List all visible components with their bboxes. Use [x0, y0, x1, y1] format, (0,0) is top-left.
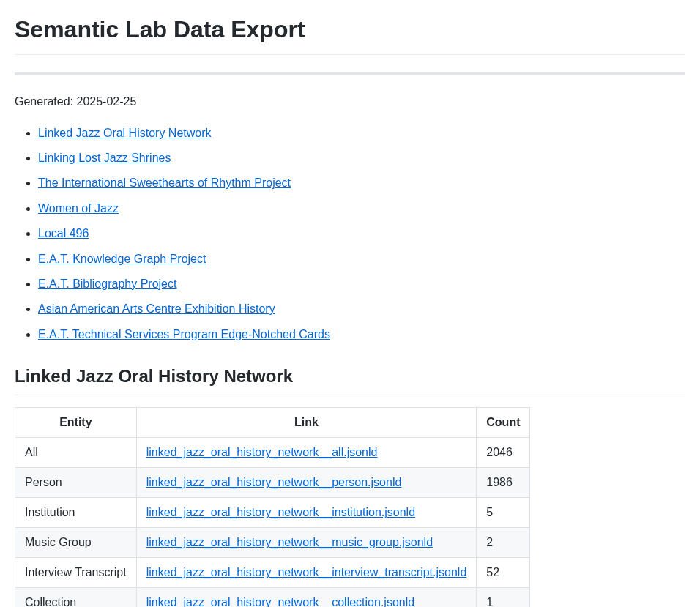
table-row: Institutionlinked_jazz_oral_history_netw… — [15, 498, 530, 528]
table-row: Alllinked_jazz_oral_history_network__all… — [15, 438, 530, 468]
cell-entity: Person — [15, 468, 137, 498]
toc-link[interactable]: E.A.T. Technical Services Program Edge-N… — [38, 328, 330, 340]
toc-item: E.A.T. Bibliography Project — [38, 273, 685, 295]
table-row: Music Grouplinked_jazz_oral_history_netw… — [15, 528, 530, 558]
cell-count: 1 — [477, 588, 530, 607]
toc-link[interactable]: E.A.T. Bibliography Project — [38, 278, 176, 290]
toc-item: Asian American Arts Centre Exhibition Hi… — [38, 298, 685, 320]
col-count: Count — [477, 408, 530, 438]
col-link: Link — [136, 408, 477, 438]
toc-link[interactable]: Women of Jazz — [38, 202, 119, 215]
cell-link: linked_jazz_oral_history_network__all.js… — [136, 438, 477, 468]
cell-entity: Interview Transcript — [15, 558, 137, 588]
file-link[interactable]: linked_jazz_oral_history_network__instit… — [146, 506, 415, 518]
file-link[interactable]: linked_jazz_oral_history_network__person… — [146, 476, 402, 488]
cell-link: linked_jazz_oral_history_network__music_… — [136, 528, 477, 558]
cell-link: linked_jazz_oral_history_network__collec… — [136, 588, 477, 607]
cell-count: 52 — [477, 558, 530, 588]
cell-entity: Institution — [15, 498, 137, 528]
cell-link: linked_jazz_oral_history_network__instit… — [136, 498, 477, 528]
cell-entity: Collection — [15, 588, 137, 607]
toc-item: The International Sweethearts of Rhythm … — [38, 172, 685, 194]
toc-link[interactable]: E.A.T. Knowledge Graph Project — [38, 253, 206, 265]
toc-item: E.A.T. Knowledge Graph Project — [38, 248, 685, 270]
toc-item: Linked Jazz Oral History Network — [38, 122, 685, 144]
section-heading: Linked Jazz Oral History Network — [15, 363, 685, 395]
toc-link[interactable]: Local 496 — [38, 227, 89, 239]
toc-link[interactable]: The International Sweethearts of Rhythm … — [38, 176, 291, 189]
divider — [15, 72, 685, 75]
file-link[interactable]: linked_jazz_oral_history_network__collec… — [146, 596, 414, 607]
cell-link: linked_jazz_oral_history_network__interv… — [136, 558, 477, 588]
toc-item: Linking Lost Jazz Shrines — [38, 147, 685, 169]
toc-item: E.A.T. Technical Services Program Edge-N… — [38, 324, 685, 346]
cell-link: linked_jazz_oral_history_network__person… — [136, 468, 477, 498]
generated-date: Generated: 2025-02-25 — [15, 93, 685, 111]
cell-entity: Music Group — [15, 528, 137, 558]
toc-link[interactable]: Linking Lost Jazz Shrines — [38, 152, 171, 164]
cell-count: 1986 — [477, 468, 530, 498]
file-link[interactable]: linked_jazz_oral_history_network__all.js… — [146, 446, 378, 458]
entity-table: Entity Link Count Alllinked_jazz_oral_hi… — [15, 407, 530, 607]
page-title: Semantic Lab Data Export — [15, 12, 685, 55]
cell-entity: All — [15, 438, 137, 468]
file-link[interactable]: linked_jazz_oral_history_network__interv… — [146, 566, 467, 578]
file-link[interactable]: linked_jazz_oral_history_network__music_… — [146, 536, 433, 548]
cell-count: 2046 — [477, 438, 530, 468]
table-row: Interview Transcriptlinked_jazz_oral_his… — [15, 558, 530, 588]
toc-link[interactable]: Asian American Arts Centre Exhibition Hi… — [38, 302, 275, 315]
cell-count: 2 — [477, 528, 530, 558]
toc-link[interactable]: Linked Jazz Oral History Network — [38, 127, 212, 139]
toc-item: Women of Jazz — [38, 198, 685, 220]
toc-list: Linked Jazz Oral History NetworkLinking … — [15, 122, 685, 346]
cell-count: 5 — [477, 498, 530, 528]
toc-item: Local 496 — [38, 223, 685, 245]
col-entity: Entity — [15, 408, 137, 438]
table-row: Collectionlinked_jazz_oral_history_netwo… — [15, 588, 530, 607]
table-row: Personlinked_jazz_oral_history_network__… — [15, 468, 530, 498]
